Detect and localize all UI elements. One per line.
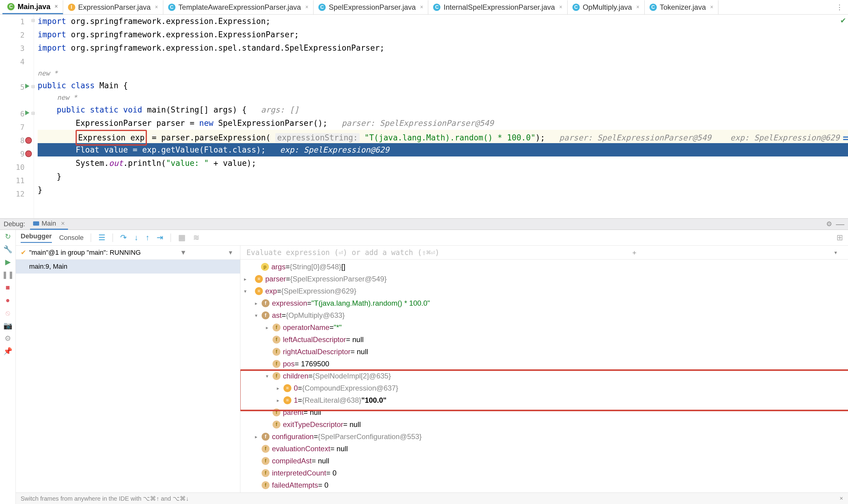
class-icon: C [433, 4, 440, 11]
settings-icon[interactable]: ⚙ [4, 334, 12, 343]
console-tab[interactable]: Console [59, 234, 84, 242]
step-into-icon[interactable]: ↓ [134, 233, 138, 242]
stop-icon[interactable]: ■ [4, 283, 12, 292]
tab-file[interactable]: COpMultiply.java× [568, 0, 645, 14]
pin-icon[interactable]: 📌 [4, 347, 12, 355]
variables-pane: Evaluate expression (⏎) or add a watch (… [240, 246, 848, 504]
layout-icon[interactable]: ⊞ [836, 233, 843, 242]
gutter: 1 2 3 4 5 6 7 8 9 10 11 12 ⊟ ⊟ ⊟ [0, 15, 34, 218]
frame-row[interactable]: main:9, Main [16, 259, 240, 273]
editor-tabs: CMain.java× IExpressionParser.java× CTem… [0, 0, 848, 15]
debug-main: Debugger Console ☰ ↷ ↓ ↑ ⇥ ▦ ≋ ⊞ ✔ "main… [16, 230, 848, 504]
close-icon[interactable]: × [559, 4, 563, 10]
line-number: 6 [20, 110, 24, 118]
interface-icon: I [68, 4, 75, 11]
debug-sidebar: ↻ 🔧 ▶ ❚❚ ■ ● ⦸ 📷 ⚙ 📌 [0, 230, 16, 504]
run-config-icon [33, 221, 39, 226]
tab-file[interactable]: IExpressionParser.java× [63, 0, 163, 14]
line-number: 10 [16, 163, 24, 172]
check-icon: ✔ [21, 249, 26, 256]
divider [171, 234, 171, 242]
debug-run-tab[interactable]: Main× [30, 218, 68, 230]
code-editor[interactable]: 1 2 3 4 5 6 7 8 9 10 11 12 ⊟ ⊟ ⊟ import … [0, 15, 848, 218]
more-icon[interactable]: ▾ [834, 249, 838, 256]
line-number: 11 [16, 177, 24, 185]
tab-file[interactable]: CInternalSpelExpressionParser.java× [428, 0, 567, 14]
close-icon[interactable]: × [55, 3, 58, 10]
status-bar: Switch frames from anywhere in the IDE w… [16, 492, 848, 504]
variable-tree[interactable]: pargs = {String[0]@548} [] ▸≡parser = {S… [240, 259, 848, 504]
debug-label: Debug: [4, 220, 25, 228]
class-icon: C [318, 4, 326, 11]
line-number: 2 [20, 31, 24, 39]
tab-main[interactable]: CMain.java× [2, 0, 63, 14]
tab-file[interactable]: CSpelExpressionParser.java× [313, 0, 428, 14]
filter-icon[interactable]: ▼ [180, 249, 187, 256]
divider [91, 234, 91, 242]
threads-icon[interactable]: ☰ [98, 233, 105, 242]
breakpoint-icon[interactable] [25, 150, 33, 158]
thread-row[interactable]: ✔ "main"@1 in group "main": RUNNING ▼ ▾ [16, 246, 240, 259]
close-icon[interactable]: × [305, 4, 309, 10]
close-icon[interactable]: × [155, 4, 158, 10]
pause-icon[interactable]: ❚❚ [4, 270, 12, 279]
inline-hint: new * [38, 68, 848, 79]
breakpoint-icon[interactable] [25, 137, 33, 144]
line-number: 8 [20, 137, 24, 145]
camera-icon[interactable]: 📷 [4, 321, 12, 330]
frames-pane: ✔ "main"@1 in group "main": RUNNING ▼ ▾ … [16, 246, 240, 504]
trace-icon[interactable]: ≋ [193, 233, 200, 242]
tab-file[interactable]: CTemplateAwareExpressionParser.java× [163, 0, 313, 14]
mute-bp-icon[interactable]: ⦸ [4, 309, 12, 317]
step-out-icon[interactable]: ↑ [145, 233, 149, 242]
right-gutter: ✔ [841, 15, 848, 218]
minimize-icon[interactable]: — [836, 219, 844, 229]
debugger-tab[interactable]: Debugger [21, 232, 52, 243]
breakpoints-icon[interactable]: ● [4, 296, 12, 304]
debug-body: ↻ 🔧 ▶ ❚❚ ■ ● ⦸ 📷 ⚙ 📌 Debugger Console ☰ … [0, 230, 848, 504]
class-icon: C [572, 4, 580, 11]
close-icon[interactable]: × [61, 219, 65, 228]
add-watch-icon[interactable]: ＋ [631, 248, 638, 257]
class-icon: C [168, 4, 175, 11]
close-icon[interactable]: × [636, 4, 640, 10]
evaluate-icon[interactable]: ▦ [178, 233, 186, 242]
class-icon: C [650, 4, 657, 11]
line-number: 12 [16, 190, 24, 198]
line-number: 9 [20, 150, 24, 158]
close-icon[interactable]: × [840, 495, 843, 502]
line-number: 4 [20, 58, 24, 66]
line-number: 5 [20, 83, 24, 92]
run-to-cursor-icon[interactable]: ⇥ [157, 233, 163, 242]
line-number: 7 [20, 123, 24, 132]
inline-hint: new * [38, 92, 848, 103]
divider [113, 234, 113, 242]
debug-toolbar: Debugger Console ☰ ↷ ↓ ↑ ⇥ ▦ ≋ ⊞ [16, 230, 848, 246]
close-icon[interactable]: × [420, 4, 423, 10]
debug-panel-header: Debug: Main× ⚙ — [0, 218, 848, 230]
rerun-icon[interactable]: ↻ [4, 232, 12, 241]
line-number: 1 [20, 18, 24, 26]
line-number: 3 [20, 44, 24, 53]
class-icon: C [7, 3, 15, 10]
marker-icon[interactable] [843, 139, 848, 140]
step-over-icon[interactable]: ↷ [120, 233, 127, 242]
tab-file[interactable]: CTokenizer.java× [645, 0, 719, 14]
evaluate-input[interactable]: Evaluate expression (⏎) or add a watch (… [240, 246, 848, 259]
code-area[interactable]: import org.springframework.expression.Ex… [34, 15, 848, 218]
resume-icon[interactable]: ▶ [4, 258, 12, 266]
marker-icon[interactable] [843, 137, 848, 138]
check-icon: ✔ [840, 16, 846, 25]
dropdown-icon[interactable]: ▾ [229, 249, 232, 256]
gear-icon[interactable]: ⚙ [826, 220, 832, 228]
close-icon[interactable]: × [710, 4, 713, 10]
wrench-icon[interactable]: 🔧 [4, 245, 12, 253]
more-tabs-icon[interactable]: ⋮ [831, 3, 848, 12]
